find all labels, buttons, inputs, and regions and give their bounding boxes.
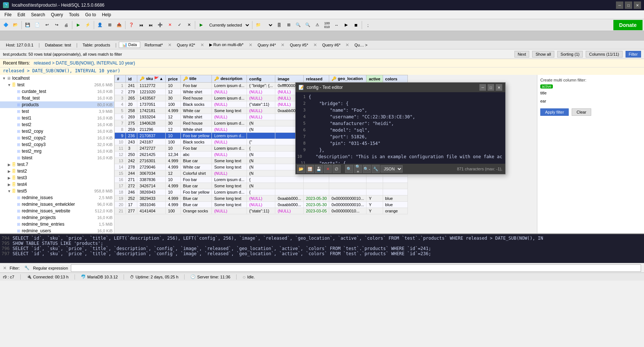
cell-1[interactable]: 242 <box>126 158 137 164</box>
sidebar-item-redmine-issues[interactable]: ⊞ redmine_issues 2,5 MiB <box>0 194 114 201</box>
sidebar-item-redmine-issues-w[interactable]: ⊞ redmine_issues_website 512,0 KiB <box>0 208 114 214</box>
close-button[interactable]: ✕ <box>634 1 641 9</box>
tab-query6[interactable]: Query #6* <box>319 42 344 48</box>
cell-6[interactable]: { <box>247 189 275 195</box>
cell-10[interactable] <box>366 177 383 183</box>
print-button[interactable]: 🖨 <box>62 20 70 30</box>
cell-3[interactable]: 12 <box>166 89 181 95</box>
cell-2[interactable]: 3067034 <box>137 170 166 177</box>
te-windows-button[interactable]: 🪟 <box>306 165 314 173</box>
filter-button[interactable]: Filter <box>626 51 641 58</box>
cell-2[interactable]: 3829433 <box>137 195 166 202</box>
sidebar-item-redmine-projects[interactable]: ⊞ redmine_projects 16,0 KiB <box>0 214 114 221</box>
table-row[interactable]: 1925238294334.999Blue carSome long text(… <box>115 195 408 202</box>
minimize-button[interactable]: ─ <box>616 1 623 9</box>
cell-1[interactable]: 244 <box>126 170 137 177</box>
arrow-button[interactable]: ↔ <box>332 20 341 30</box>
sidebar-item-test[interactable]: ▼ 🗄 test 268,6 MiB <box>0 81 114 88</box>
cell-11[interactable] <box>383 177 407 183</box>
sidebar-item-curdate-test[interactable]: ⊞ curdate_test 16,0 KiB <box>0 88 114 95</box>
cell-8[interactable]: 2023-05-30 <box>304 202 329 208</box>
cell-5[interactable]: (NULL) <box>212 126 247 133</box>
cell-6[interactable]: (N <box>247 126 275 133</box>
save-button[interactable]: 💾 <box>23 20 32 30</box>
cell-0[interactable]: 18 <box>115 189 126 195</box>
cell-1[interactable]: 17 <box>126 202 137 208</box>
cell-3[interactable]: 100 <box>166 101 181 108</box>
cell-4[interactable]: Blue car <box>180 183 212 189</box>
tab-query2[interactable]: Query #2* <box>174 42 198 48</box>
export-button[interactable]: 📤 <box>115 20 124 30</box>
cell-2[interactable]: 3831046 <box>137 202 166 208</box>
cell-7[interactable]: 0xaabb000... <box>275 202 304 208</box>
cell-11[interactable]: blue <box>383 202 407 208</box>
search2-button[interactable]: 🔍 <box>303 20 312 30</box>
cell-5[interactable]: (NULL) <box>212 139 247 145</box>
open-button[interactable]: 📂 <box>11 20 20 30</box>
cell-9[interactable]: 0x00000000010... <box>329 195 366 202</box>
sidebar-item-test2-table[interactable]: ⊞ test2 16,0 KiB <box>0 121 114 128</box>
te-null-button[interactable]: ∅ <box>333 165 341 173</box>
cell-2[interactable]: 1112772 <box>137 83 166 89</box>
cell-0[interactable]: 10 <box>115 139 126 145</box>
cell-2[interactable]: 3826943 <box>137 189 166 195</box>
cell-4[interactable]: Red house <box>180 95 212 101</box>
cell-0[interactable]: 9 <box>115 133 126 139</box>
cell-3[interactable]: 10 <box>166 83 181 89</box>
cell-8[interactable] <box>304 189 329 195</box>
table-row[interactable]: 16271338783610Foo barLorem ipsum d...{ <box>115 177 408 183</box>
te-maximize-button[interactable]: □ <box>488 84 494 91</box>
cell-3[interactable]: 30 <box>166 95 181 101</box>
cell-3[interactable]: 12 <box>166 170 181 177</box>
cell-5[interactable]: Some long text <box>212 183 247 189</box>
sidebar-item-redmine-users[interactable]: ⊞ redmine_users 16,0 KiB <box>0 228 114 233</box>
cell-5[interactable]: Some long text <box>212 164 247 170</box>
cell-10[interactable] <box>366 189 383 195</box>
cell-4[interactable]: Foo bar <box>180 145 212 152</box>
menu-item-go to[interactable]: Go to <box>82 11 99 18</box>
cell-0[interactable]: 7 <box>115 120 126 126</box>
run-select[interactable]: Currently selected <box>206 20 251 30</box>
col-active[interactable]: active <box>366 75 383 83</box>
cell-7[interactable] <box>275 183 304 189</box>
table-row[interactable]: 1727234267144.999Blue carSome long text(… <box>115 183 408 189</box>
cell-5[interactable]: (NULL) <box>212 101 247 108</box>
help-button[interactable]: ❓ <box>127 20 136 30</box>
cell-4[interactable]: Black socks <box>180 139 212 145</box>
cell-4[interactable]: Foo bar <box>180 83 212 89</box>
sorting-button[interactable]: Sorting (1) <box>557 51 583 58</box>
cell-7[interactable] <box>275 189 304 195</box>
show-all-button[interactable]: Show all <box>532 51 554 58</box>
cell-2[interactable]: 1742181 <box>137 108 166 114</box>
cell-0[interactable]: 2 <box>115 89 126 95</box>
cell-4[interactable]: Black socks <box>180 101 212 108</box>
semicolon-button[interactable]: ; <box>364 20 372 30</box>
cell-4[interactable]: White car <box>180 108 212 114</box>
sidebar-item-test4[interactable]: ▶ 🗄 test4 <box>0 181 114 188</box>
cell-5[interactable]: Some long text <box>212 195 247 202</box>
sidebar-item-products[interactable]: ⊞ products 80,0 KiB <box>0 101 114 108</box>
cell-6[interactable]: {"state":11} <box>247 101 275 108</box>
add-row-button[interactable]: ➕ <box>156 20 165 30</box>
cell-5[interactable]: Some long text <box>212 108 247 114</box>
cell-5[interactable]: (NULL) <box>212 170 247 177</box>
cell-4[interactable]: White shirt <box>180 89 212 95</box>
cell-8[interactable] <box>304 183 329 189</box>
col-description[interactable]: 🔑 description <box>212 75 247 83</box>
col-id[interactable]: id <box>126 75 137 83</box>
cell-5[interactable]: Lorem ipsum d... <box>212 177 247 183</box>
cell-2[interactable]: 1737051 <box>137 101 166 108</box>
sidebar-item-redmine-issues-e[interactable]: ⊞ redmine_issues_entwickler 96,0 KiB <box>0 201 114 208</box>
cell-4[interactable]: White car <box>180 164 212 170</box>
stop-button[interactable]: ⏹ <box>351 20 360 30</box>
cell-6[interactable]: (N <box>247 152 275 158</box>
cell-6[interactable] <box>247 133 275 139</box>
cell-0[interactable]: 6 <box>115 114 126 120</box>
cell-0[interactable]: 3 <box>115 95 126 101</box>
cell-3[interactable]: 4.999 <box>166 202 181 208</box>
cell-1[interactable]: 265 <box>126 95 137 101</box>
cell-9[interactable]: 0x000000010... <box>329 208 366 214</box>
cell-3[interactable]: 4.999 <box>166 108 181 114</box>
cell-5[interactable]: Lorem ipsum d... <box>212 95 247 101</box>
cell-2[interactable]: 1933204 <box>137 114 166 120</box>
